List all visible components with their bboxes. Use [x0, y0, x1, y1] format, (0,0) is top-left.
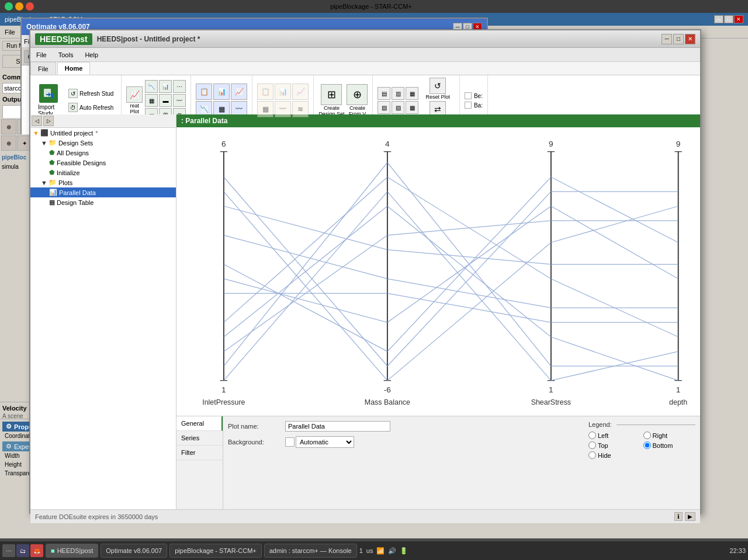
auto-refresh-btn[interactable]: ⏱ Auto Refresh: [65, 101, 116, 114]
settings-tab-general[interactable]: General: [176, 416, 223, 431]
doe-plot-4[interactable]: ▦: [257, 101, 273, 117]
os-red-btn[interactable]: [26, 2, 34, 11]
legend-bottom-label[interactable]: Bottom: [643, 441, 696, 449]
pv-4[interactable]: ▧: [378, 101, 390, 114]
reset-plot-btn[interactable]: ↺ Reset Plot: [421, 78, 455, 100]
import-study-btn[interactable]: Import Study: [35, 82, 62, 119]
os-green-btn[interactable]: [5, 2, 13, 11]
create-from-btn[interactable]: ⊕ CreateFrom V: [347, 84, 368, 117]
background-color-box[interactable]: [285, 437, 295, 447]
taskbar-item-optimate[interactable]: Optimate v8.06.007: [101, 544, 167, 558]
tree-item-feasible[interactable]: ⬟ Feasible Designs: [30, 158, 176, 168]
tree-item-root[interactable]: ▼ ⬛ Untitled project *: [30, 128, 176, 138]
starccm-maximize[interactable]: □: [724, 15, 733, 23]
heeds-titlebar: HEEDS|post HEEDS|post - Untitled project…: [30, 30, 700, 48]
opt-plot-2[interactable]: 📊: [213, 84, 230, 100]
refresh-study-btn[interactable]: ↺ Refresh Stud: [65, 87, 116, 100]
tools-cb-2[interactable]: [465, 102, 472, 109]
tree-alldesigns-label: All Designs: [57, 149, 89, 156]
doe-plot-1[interactable]: 📋: [257, 84, 273, 100]
heeds-menu-file[interactable]: File: [33, 50, 50, 60]
create-design-set-btn[interactable]: ⊞ CreateDesign Set: [318, 84, 344, 117]
axis-name-4: depth: [669, 398, 687, 406]
taskbar-menu-btn[interactable]: ⋯: [2, 544, 15, 557]
heeds-tab-file[interactable]: File: [30, 62, 56, 75]
starccm-minimize[interactable]: ─: [714, 15, 723, 23]
create-from-icon: ⊕: [347, 84, 368, 105]
legend-left-label[interactable]: Left: [588, 432, 641, 439]
pipe-label[interactable]: pipeBloc: [1, 154, 33, 161]
tree-item-alldesigns[interactable]: ⬟ All Designs: [30, 148, 176, 158]
custom-plot-btn[interactable]: 〰: [173, 94, 186, 107]
histogram-btn[interactable]: ▬: [159, 94, 172, 107]
tree-feasible-label: Feasible Designs: [57, 159, 106, 166]
tree-item-parallel[interactable]: 📊 Parallel Data: [30, 187, 176, 197]
line-plot-btn[interactable]: 📉: [145, 80, 158, 93]
taskbar-item-starccm[interactable]: pipeBlockage - STAR-CCM+: [169, 544, 261, 558]
simula-label[interactable]: simula: [1, 163, 33, 171]
background-select[interactable]: Automatic: [296, 436, 354, 448]
heeds-scroll-right-btn[interactable]: ▶: [685, 512, 695, 521]
starccm-close[interactable]: ✕: [734, 15, 743, 23]
settings-tab-filter[interactable]: Filter: [176, 446, 223, 460]
doe-plot-3[interactable]: 📈: [292, 84, 309, 100]
plot-name-input[interactable]: [285, 421, 390, 432]
side-icon-3[interactable]: ⊕: [1, 135, 16, 151]
taskbar-files-btn[interactable]: 🗂: [16, 544, 29, 557]
bar-plot-btn[interactable]: 📊: [159, 80, 172, 93]
tree-item-initialize[interactable]: ⬟ Initialize: [30, 168, 176, 178]
tree-plots-label: Plots: [58, 179, 72, 186]
legend-left-radio[interactable]: [588, 432, 596, 439]
tree-expand-btn[interactable]: ▷: [43, 116, 54, 126]
scatter-plot-btn[interactable]: ⋯: [173, 80, 186, 93]
heeds-close[interactable]: ✕: [685, 34, 695, 44]
pv-6[interactable]: ▩: [406, 101, 418, 114]
pv-5[interactable]: ▨: [392, 101, 404, 114]
table-plot-btn[interactable]: ▦: [145, 94, 158, 107]
heeds-menu-tools[interactable]: Tools: [55, 50, 77, 60]
tree-item-plots[interactable]: ▼ 📁 Plots: [30, 178, 176, 187]
doe-plot-5[interactable]: 〰: [275, 101, 291, 117]
tools-cb-label-1: Be:: [474, 93, 483, 99]
legend-top-radio[interactable]: [588, 441, 596, 449]
taskbar-item-konsole[interactable]: admin : starccm+ — Konsole: [264, 544, 357, 558]
heeds-menu-help[interactable]: Help: [81, 50, 102, 60]
heeds-info-btn[interactable]: ℹ: [674, 512, 683, 521]
settings-tab-series[interactable]: Series: [176, 431, 223, 446]
opt-plot-3[interactable]: 📈: [231, 84, 247, 100]
legend-top-label[interactable]: Top: [588, 441, 641, 449]
tree-item-designsets[interactable]: ▼ 📁 Design Sets: [30, 138, 176, 148]
pv-2[interactable]: ▥: [392, 87, 404, 100]
starccm-menu-file[interactable]: File: [2, 27, 18, 37]
opt-plot-1[interactable]: 📋: [196, 84, 212, 100]
properties-icon: ⚙: [6, 423, 12, 430]
legend-hide-label[interactable]: Hide: [588, 451, 641, 459]
axis-name-1: InletPressure: [202, 398, 245, 406]
os-topbar-controls: [5, 2, 34, 11]
tree-collapse-btn[interactable]: ◁: [32, 116, 42, 126]
legend-bottom-text: Bottom: [653, 442, 673, 449]
heeds-minimize[interactable]: ─: [662, 34, 672, 44]
taskbar-browser-btn[interactable]: 🦊: [30, 544, 43, 557]
tools-cb-1[interactable]: [465, 92, 472, 99]
side-icon-1[interactable]: ⊕: [1, 119, 16, 134]
legend-bottom-radio[interactable]: [643, 441, 651, 449]
legend-hide-radio[interactable]: [588, 451, 596, 459]
pv-3[interactable]: ▦: [406, 87, 418, 100]
heeds-tab-home[interactable]: Home: [57, 62, 91, 75]
pv-1[interactable]: ▤: [378, 87, 390, 100]
import-study-icon: [39, 84, 58, 103]
settings-tabs-panel: General Series Filter: [176, 416, 223, 509]
axis-label-top-1: 6: [221, 140, 226, 148]
doe-plot-6[interactable]: ≋: [292, 101, 309, 117]
os-yellow-btn[interactable]: [15, 2, 23, 11]
taskbar-item-heeds[interactable]: ■ HEEDS|post: [46, 544, 98, 558]
treat-plot-label: reatPlot: [130, 103, 140, 114]
legend-right-label[interactable]: Right: [643, 432, 696, 439]
axis-label-top-2: 4: [385, 140, 390, 148]
legend-right-radio[interactable]: [643, 432, 651, 439]
heeds-maximize[interactable]: □: [673, 34, 684, 44]
tree-item-design-table[interactable]: ▦ Design Table: [30, 197, 176, 207]
doe-plot-2[interactable]: 📊: [275, 84, 291, 100]
treat-plot-btn[interactable]: 📈: [126, 86, 143, 103]
